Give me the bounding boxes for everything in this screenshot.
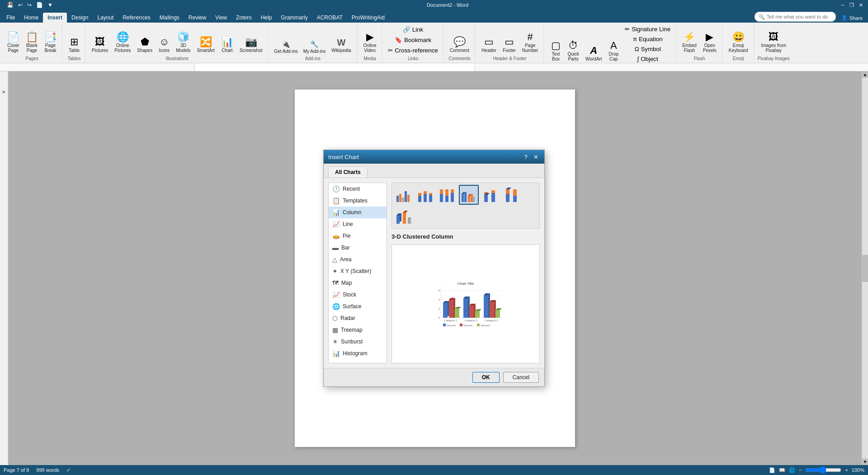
ok-button[interactable]: OK (472, 372, 500, 383)
dialog-close-btn[interactable]: ✕ (532, 153, 540, 161)
shapes-btn[interactable]: ⬟ Shapes (134, 35, 155, 55)
list-item-line[interactable]: 📈 Line (329, 218, 387, 230)
list-item-surface[interactable]: 🌐 Surface (329, 301, 387, 312)
online-pictures-btn[interactable]: 🌐 OnlinePictures (112, 30, 133, 55)
chart-btn[interactable]: 📊 Chart (218, 35, 236, 55)
tab-prowritingaid[interactable]: ProWritingAid (347, 13, 389, 23)
undo-btn[interactable]: ↩ (17, 1, 24, 9)
tab-grammarly[interactable]: Grammarly (276, 13, 312, 23)
tab-design[interactable]: Design (67, 13, 93, 23)
cancel-button[interactable]: Cancel (503, 372, 539, 383)
insert-chart-dialog: Insert Chart ? ✕ All Charts 🕐 Recent (323, 150, 545, 387)
bookmark-icon: 🔖 Bookmark (395, 37, 431, 43)
3d-models-btn[interactable]: 🧊 3DModels (173, 30, 193, 55)
list-item-radar[interactable]: ⬡ Radar (329, 312, 387, 324)
chart-type-3d-100pct-column[interactable] (502, 185, 522, 205)
view-web-icon[interactable]: 🌐 (789, 467, 795, 473)
tab-mailings[interactable]: Mailings (155, 13, 184, 23)
tell-me-input[interactable] (767, 14, 830, 19)
tab-help[interactable]: Help (256, 13, 277, 23)
list-item-treemap[interactable]: ▦ Treemap (329, 324, 387, 336)
equation-btn[interactable]: π Equation (623, 34, 673, 44)
open-pexels-btn[interactable]: ▶ OpenPexels (700, 30, 719, 55)
list-item-pie[interactable]: 🥧 Pie (329, 230, 387, 242)
cover-page-btn[interactable]: 📄 CoverPage (5, 30, 22, 55)
get-addins-btn[interactable]: 🔌 Get Add-ins (272, 39, 300, 55)
ribbon-group-text: ▢ TextBox ⏱ QuickParts A WordArt A DropC… (545, 24, 676, 62)
list-item-bar[interactable]: ▬ Bar (329, 242, 387, 254)
list-item-column[interactable]: 📊 Column (329, 207, 387, 218)
chart-right-panel: 3-D Clustered Column Chart Title (392, 183, 540, 363)
zoom-in-btn[interactable]: + (845, 467, 848, 473)
symbol-btn[interactable]: Ω Symbol (623, 44, 673, 54)
dialog-help-btn[interactable]: ? (522, 153, 530, 161)
zoom-slider[interactable] (805, 468, 841, 472)
svg-rect-59 (463, 298, 468, 318)
tell-me-box[interactable]: 🔍 (755, 12, 836, 22)
emoji-keyboard-btn[interactable]: 😀 EmojiKeyboard (726, 30, 751, 55)
list-item-scatter[interactable]: ✦ X Y (Scatter) (329, 265, 387, 277)
header-btn[interactable]: ▭ Header (479, 35, 499, 55)
tab-acrobat[interactable]: ACROBAT (312, 13, 347, 23)
chart-type-3d-clustered-column[interactable] (459, 185, 479, 205)
list-item-map[interactable]: 🗺 Map (329, 277, 387, 289)
view-read-icon[interactable]: 📖 (779, 467, 785, 473)
restore-btn[interactable]: ❐ (848, 1, 855, 9)
blank-page-btn[interactable]: 📋 BlankPage (23, 30, 41, 55)
tab-review[interactable]: Review (184, 13, 211, 23)
zoom-out-btn[interactable]: − (799, 467, 802, 473)
list-item-stock[interactable]: 📈 Stock (329, 289, 387, 301)
bookmark-btn[interactable]: 🔖 Bookmark (386, 35, 440, 45)
ribbon: 📄 CoverPage 📋 BlankPage 📑 PageBreak Page… (0, 23, 868, 63)
list-item-sunburst[interactable]: ☀ Sunburst (329, 336, 387, 348)
tab-insert[interactable]: Insert (43, 13, 67, 23)
chart-type-3d-stacked-column[interactable] (481, 185, 500, 205)
footer-btn[interactable]: ▭ Footer (500, 35, 519, 55)
page-break-btn[interactable]: 📑 PageBreak (42, 30, 59, 55)
online-video-btn[interactable]: ▶ OnlineVideo (361, 30, 379, 55)
wikipedia-btn[interactable]: W Wikipedia (329, 36, 354, 55)
chart-type-100pct-column[interactable] (437, 185, 457, 205)
screenshot-btn[interactable]: 📷 Screenshot (237, 35, 265, 55)
chart-type-stacked-column[interactable] (415, 185, 435, 205)
pixabay-images-btn[interactable]: 🖼 Images fromPixabay (758, 30, 789, 55)
tab-home[interactable]: Home (19, 13, 43, 23)
object-btn[interactable]: ∫ Object (623, 54, 673, 63)
pictures-btn[interactable]: 🖼 Pictures (89, 35, 111, 55)
redo-btn[interactable]: ↪ (26, 1, 33, 9)
embed-flash-btn[interactable]: ⚡ EmbedFlash (679, 30, 699, 55)
chart-type-clustered-column[interactable] (394, 185, 414, 205)
page-number-btn[interactable]: # PageNumber (519, 30, 541, 55)
my-addins-btn[interactable]: 🔧 My Add-ins (301, 39, 328, 55)
tab-view[interactable]: View (211, 13, 231, 23)
link-btn[interactable]: 🔗 Link (386, 25, 440, 34)
tab-zotero[interactable]: Zotero (231, 13, 256, 23)
save-btn[interactable]: 💾 (5, 1, 15, 9)
tab-references[interactable]: References (118, 13, 155, 23)
comment-btn[interactable]: 💬 Comment (447, 35, 472, 55)
view-print-icon[interactable]: 📄 (769, 467, 775, 473)
list-item-recent[interactable]: 🕐 Recent (329, 183, 387, 195)
smartart-btn[interactable]: 🔀 SmartArt (194, 35, 217, 55)
signature-line-btn[interactable]: ✏ Signature Line (623, 24, 673, 34)
wordart-btn[interactable]: A WordArt (583, 43, 605, 63)
new-doc-btn[interactable]: 📄 (35, 1, 44, 9)
cross-reference-btn[interactable]: ✂ Cross-reference (386, 46, 440, 55)
text-box-btn[interactable]: ▢ TextBox (547, 38, 564, 63)
close-btn[interactable]: ✕ (857, 1, 864, 9)
list-item-templates[interactable]: 📋 Templates (329, 195, 387, 207)
tab-layout[interactable]: Layout (93, 13, 118, 23)
table-btn[interactable]: ⊞ Table (66, 35, 82, 55)
list-item-area[interactable]: △ Area (329, 254, 387, 265)
tab-file[interactable]: File (2, 13, 19, 23)
chart-type-3d-column[interactable] (394, 207, 414, 226)
drop-cap-btn[interactable]: A DropCap (605, 38, 622, 63)
ribbon-group-pages: 📄 CoverPage 📋 BlankPage 📑 PageBreak Page… (2, 24, 62, 62)
icons-btn[interactable]: ☺ Icons (156, 35, 172, 55)
minimize-btn[interactable]: ─ (839, 1, 846, 9)
quick-parts-btn[interactable]: ⏱ QuickParts (565, 38, 582, 63)
dialog-tab-all-charts[interactable]: All Charts (328, 166, 368, 178)
list-item-histogram[interactable]: 📊 Histogram (329, 348, 387, 359)
qa-dropdown-btn[interactable]: ▼ (46, 1, 54, 9)
list-item-box-whisker[interactable]: ⊠ Box & Whisker (329, 359, 387, 363)
